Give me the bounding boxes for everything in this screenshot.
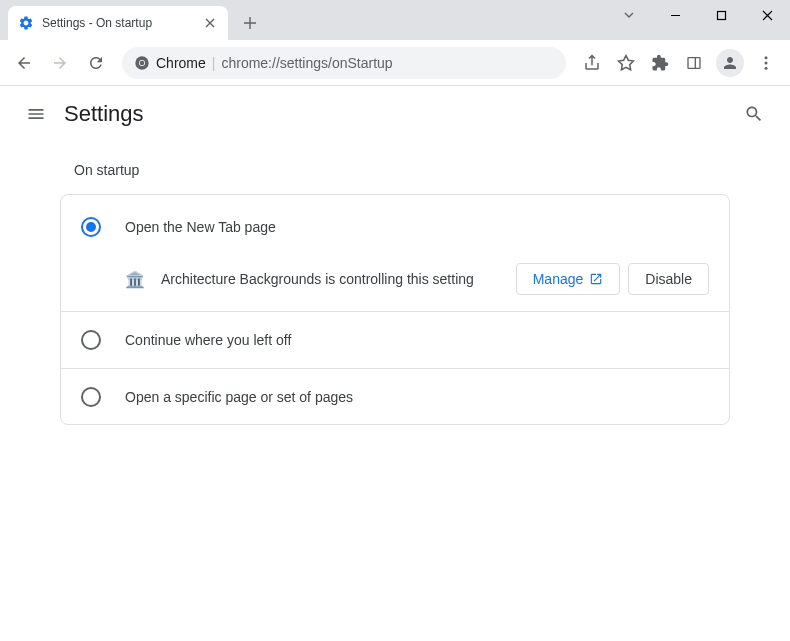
extension-icon: 🏛️ <box>125 269 145 289</box>
option-specific-pages[interactable]: Open a specific page or set of pages <box>61 368 729 424</box>
search-button[interactable] <box>734 94 774 134</box>
window-titlebar: Settings - On startup <box>0 0 790 40</box>
radio-selected[interactable] <box>81 217 101 237</box>
radio-unselected[interactable] <box>81 330 101 350</box>
omnibox[interactable]: Chrome|chrome://settings/onStartup <box>122 47 566 79</box>
chevron-down-icon[interactable] <box>606 0 652 30</box>
profile-button[interactable] <box>716 49 744 77</box>
option-continue[interactable]: Continue where you left off <box>61 312 729 368</box>
side-panel-button[interactable] <box>678 47 710 79</box>
window-controls <box>606 0 790 30</box>
browser-tab[interactable]: Settings - On startup <box>8 6 228 40</box>
svg-point-8 <box>765 66 768 69</box>
minimize-button[interactable] <box>652 0 698 30</box>
settings-header: Settings <box>0 86 790 142</box>
tab-title: Settings - On startup <box>42 16 202 30</box>
svg-rect-4 <box>688 57 700 68</box>
back-button[interactable] <box>8 47 40 79</box>
option-label: Continue where you left off <box>125 332 291 348</box>
address-bar: Chrome|chrome://settings/onStartup <box>0 40 790 86</box>
option-label: Open the New Tab page <box>125 219 276 235</box>
new-tab-button[interactable] <box>236 9 264 37</box>
close-icon[interactable] <box>202 15 218 31</box>
svg-point-6 <box>765 56 768 59</box>
option-label: Open a specific page or set of pages <box>125 389 353 405</box>
startup-options-card: Open the New Tab page 🏛️ Architecture Ba… <box>60 194 730 425</box>
extensions-button[interactable] <box>644 47 676 79</box>
extension-notice: 🏛️ Architecture Backgrounds is controlli… <box>61 251 729 312</box>
hamburger-menu-button[interactable] <box>16 94 56 134</box>
chrome-icon <box>134 55 150 71</box>
extension-message: Architecture Backgrounds is controlling … <box>161 271 508 287</box>
page-title: Settings <box>64 101 144 127</box>
radio-unselected[interactable] <box>81 387 101 407</box>
menu-button[interactable] <box>750 47 782 79</box>
maximize-button[interactable] <box>698 0 744 30</box>
option-new-tab[interactable]: Open the New Tab page <box>61 195 729 251</box>
manage-button[interactable]: Manage <box>516 263 621 295</box>
svg-rect-0 <box>717 11 725 19</box>
bookmark-button[interactable] <box>610 47 642 79</box>
settings-content: On startup Open the New Tab page 🏛️ Arch… <box>0 142 790 445</box>
reload-button[interactable] <box>80 47 112 79</box>
close-window-button[interactable] <box>744 0 790 30</box>
share-button[interactable] <box>576 47 608 79</box>
omnibox-text: Chrome|chrome://settings/onStartup <box>156 55 393 71</box>
svg-point-3 <box>140 60 145 65</box>
gear-icon <box>18 15 34 31</box>
svg-point-7 <box>765 61 768 64</box>
section-title: On startup <box>60 162 730 178</box>
forward-button[interactable] <box>44 47 76 79</box>
disable-button[interactable]: Disable <box>628 263 709 295</box>
